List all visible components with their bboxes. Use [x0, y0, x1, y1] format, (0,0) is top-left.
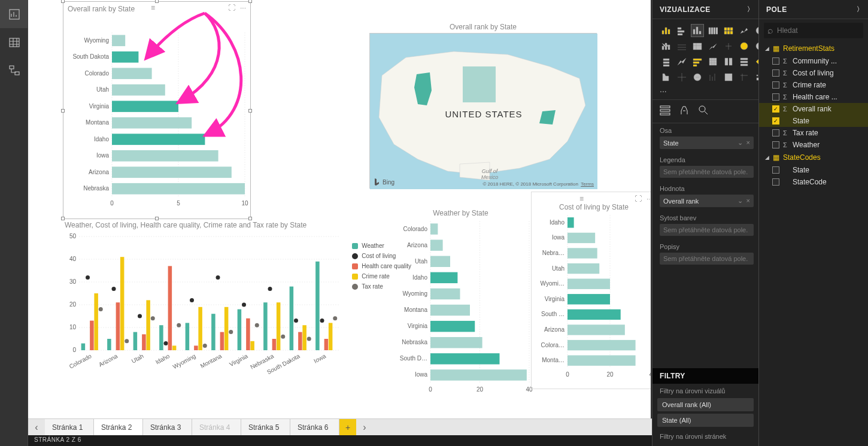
page-tab[interactable]: Stránka 5 [241, 419, 290, 435]
field-item[interactable]: ΣTax rate [759, 127, 868, 139]
visual-options[interactable]: ⛶··· [635, 195, 651, 203]
svg-text:Idaho: Idaho [412, 274, 427, 281]
viz-type-icon[interactable] [691, 40, 704, 53]
viz-type-icon[interactable] [660, 24, 673, 37]
svg-rect-0 [10, 10, 19, 19]
tabs-next[interactable]: › [356, 419, 373, 435]
checkbox[interactable] [772, 117, 779, 125]
filters-header[interactable]: FILTRY [652, 368, 758, 384]
viz-type-icon[interactable] [722, 55, 735, 68]
page-tab[interactable]: Stránka 1 [45, 419, 94, 435]
field-item[interactable]: StateCode [759, 176, 868, 188]
field-item[interactable]: State [759, 164, 868, 176]
filter-item[interactable]: Overall rank (All) [657, 398, 754, 411]
table-header[interactable]: ◢▦RetirementStats [759, 42, 868, 55]
fields-search[interactable]: ⌕ [764, 23, 863, 38]
fields-header[interactable]: POLE〉 [759, 0, 868, 19]
checkbox[interactable] [772, 141, 779, 148]
data-view-button[interactable] [0, 28, 28, 56]
checkbox[interactable] [772, 166, 779, 174]
field-item[interactable]: State [759, 115, 868, 127]
field-item[interactable]: ΣCrime rate [759, 79, 868, 91]
viz-type-icon[interactable] [691, 71, 704, 84]
checkbox[interactable] [772, 57, 779, 65]
field-well-placeholder[interactable]: Sem přetáhněte datová pole. [660, 253, 754, 265]
visual-drag-icon[interactable]: ≡ [151, 4, 155, 12]
focus-mode-icon[interactable]: ⛶ [635, 195, 642, 203]
analytics-tab[interactable] [698, 105, 709, 118]
field-well-placeholder[interactable]: Sem přetáhněte datová pole. [660, 166, 754, 178]
visualizations-header[interactable]: VIZUALIZACE〉 [652, 0, 758, 19]
field-item[interactable]: ΣWeather [759, 139, 868, 151]
viz-type-icon[interactable] [706, 55, 720, 68]
page-tab[interactable]: Stránka 4 [192, 419, 241, 435]
report-view-button[interactable] [0, 0, 28, 28]
filter-item[interactable]: State (All) [657, 414, 754, 427]
checkbox[interactable] [772, 69, 779, 77]
format-tab[interactable] [679, 105, 690, 118]
viz-type-icon[interactable] [722, 24, 735, 37]
chevron-down-icon[interactable]: ⌄ [738, 139, 743, 147]
fields-search-input[interactable] [777, 26, 867, 35]
chevron-down-icon[interactable]: ⌄ [738, 197, 743, 205]
add-page-button[interactable]: + [339, 419, 356, 435]
viz-type-icon[interactable] [675, 24, 688, 37]
field-item[interactable]: ΣHealth care ... [759, 91, 868, 103]
focus-mode-icon[interactable]: ⛶ [228, 4, 235, 12]
viz-more-icon[interactable]: ··· [652, 86, 758, 99]
visual-cost-bar[interactable]: ≡ ⛶··· Cost of living by State 02040Idah… [531, 192, 651, 389]
visual-map[interactable]: Overall rank by State UNITED STATES Gulf… [369, 33, 597, 189]
visual-options[interactable]: ⛶··· [228, 4, 246, 12]
field-well-placeholder[interactable]: Sem přetáhněte datová pole. [660, 224, 754, 236]
tabs-prev[interactable]: ‹ [28, 419, 45, 435]
more-icon[interactable]: ··· [647, 195, 651, 203]
page-tab[interactable]: Stránka 6 [290, 419, 339, 435]
viz-type-icon[interactable] [738, 71, 751, 84]
viz-type-icon[interactable] [675, 40, 688, 53]
fields-tab[interactable] [660, 105, 670, 118]
viz-type-icon[interactable] [722, 71, 735, 84]
visual-clustered-bar[interactable]: Weather, Cost of living, Health care qua… [61, 219, 411, 380]
chevron-right-icon[interactable]: 〉 [747, 5, 754, 14]
field-item[interactable]: ΣCost of living [759, 67, 868, 79]
page-tab[interactable]: Stránka 3 [143, 419, 192, 435]
checkbox[interactable] [772, 178, 779, 186]
svg-text:Wyoming: Wyoming [402, 290, 427, 297]
visual-weather-bar[interactable]: Weather by State 02040ColoradoArizonaUta… [387, 207, 534, 398]
field-well-item[interactable]: Overall rank⌄× [660, 195, 754, 207]
more-icon[interactable]: ··· [240, 4, 246, 12]
viz-type-icon[interactable] [691, 24, 704, 37]
svg-text:Virginia: Virginia [408, 323, 428, 329]
checkbox[interactable] [772, 93, 779, 101]
model-view-button[interactable] [0, 56, 28, 84]
svg-point-58 [125, 339, 129, 343]
viz-type-icon[interactable] [660, 40, 673, 53]
viz-type-icon[interactable] [706, 71, 720, 84]
chevron-right-icon[interactable]: 〉 [857, 5, 864, 14]
field-item[interactable]: ΣOverall rank [759, 103, 868, 115]
report-canvas[interactable]: ≡ ⛶··· Overall rank by State 0510Wyoming… [28, 0, 651, 418]
page-tab[interactable]: Stránka 2 [94, 419, 143, 435]
field-well-item[interactable]: State⌄× [660, 136, 754, 149]
viz-type-icon[interactable] [706, 24, 720, 37]
remove-icon[interactable]: × [746, 139, 750, 147]
checkbox[interactable] [772, 129, 779, 136]
checkbox[interactable] [772, 105, 779, 113]
viz-type-icon[interactable] [660, 71, 673, 84]
viz-type-icon[interactable] [738, 24, 751, 37]
viz-type-icon[interactable] [660, 55, 673, 68]
visual-overall-rank-bar[interactable]: ≡ ⛶··· Overall rank by State 0510Wyoming… [64, 2, 250, 218]
visual-drag-icon[interactable]: ≡ [579, 195, 584, 203]
field-item[interactable]: ΣCommunity ... [759, 55, 868, 67]
checkbox[interactable] [772, 81, 779, 89]
viz-type-icon[interactable] [675, 55, 688, 68]
viz-type-icon[interactable] [738, 40, 751, 53]
svg-rect-128 [430, 337, 482, 348]
viz-type-icon[interactable] [738, 55, 751, 68]
viz-type-icon[interactable] [706, 40, 720, 53]
table-header[interactable]: ◢▦StateCodes [759, 151, 868, 164]
viz-type-icon[interactable] [722, 40, 735, 53]
remove-icon[interactable]: × [746, 197, 750, 205]
viz-type-icon[interactable] [675, 71, 688, 84]
viz-type-icon[interactable] [691, 55, 704, 68]
